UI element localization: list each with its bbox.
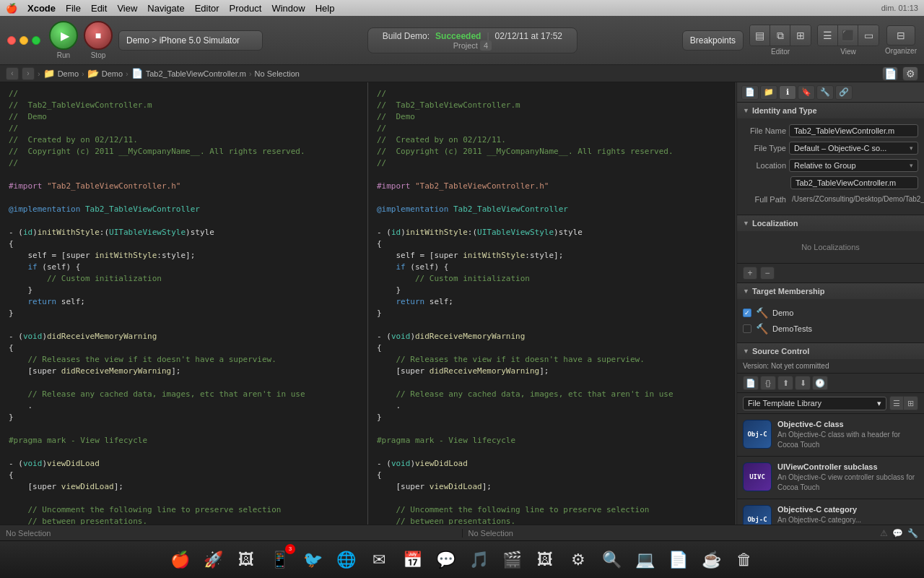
location-value[interactable]: Relative to Group ▾ [789,159,918,172]
sc-file-btn[interactable]: 📄 [743,376,759,390]
zoom-btn[interactable] [32,36,40,45]
warning-icon[interactable]: ⚠ [880,528,888,538]
filename-value[interactable]: Tab2_TableViewController.m [789,124,918,137]
target-demo-checkbox[interactable] [743,309,751,317]
dock-finder[interactable]: 🍎 [165,545,194,574]
bc-demo-2[interactable]: Demo [102,69,123,78]
nav-toggle-btn[interactable]: ☰ [818,25,838,46]
template-objc-category[interactable]: Obj-C Objective-C category An Objective-… [737,499,924,525]
single-editor-btn[interactable]: ▤ [750,25,770,46]
settings-icon-btn[interactable]: ⚙ [902,66,918,81]
template-uivc[interactable]: UIVC UIViewController subclass An Object… [737,457,924,499]
r-code-memory: - (void)didReceiveMemoryWarning [377,331,727,342]
template-objc-class-desc: An Objective-C class with a header for C… [777,430,918,450]
target-demotests-checkbox[interactable] [743,324,751,333]
left-code-panel[interactable]: // // Tab2_TableViewController.m // Demo… [0,82,368,525]
run-button[interactable] [49,21,78,50]
dock-gallery[interactable]: 🖼 [232,545,261,574]
dock-skype[interactable]: 💬 [431,545,460,574]
identity-section-header[interactable]: ▼ Identity and Type [737,103,924,118]
stop-button[interactable] [84,21,113,50]
debug-toggle-btn[interactable]: ⬛ [838,25,858,46]
r-code-comment-3: // Demo [377,111,727,123]
sc-code-btn[interactable]: {} [760,376,776,390]
filetype-value[interactable]: Default – Objective-C so... ▾ [789,142,918,155]
minimize-btn[interactable] [19,36,28,45]
back-button[interactable]: ‹ [6,67,19,80]
dock-twitter[interactable]: 🐦 [298,545,327,574]
inspector-tab-tag[interactable]: 🔖 [798,85,815,100]
menu-file[interactable]: File [66,3,81,14]
code-custom-init: // Custom initialization [9,273,359,285]
bc-file[interactable]: Tab2_TableViewController.m [146,69,246,78]
comment-icon[interactable]: 💬 [892,528,903,538]
dock-appstore[interactable]: 📱 3 [265,545,294,574]
bc-selection[interactable]: No Selection [255,69,300,78]
add-localization-btn[interactable]: + [743,267,757,280]
dock-calendar[interactable]: 📅 [398,545,427,574]
menu-product[interactable]: Product [230,3,262,14]
menu-editor[interactable]: Editor [195,3,219,14]
target-demo-row: 🔨 Demo [743,305,918,321]
remove-localization-btn[interactable]: − [760,267,775,280]
dock-sysprefs[interactable]: ⚙ [564,545,593,574]
template-uivc-title: UIViewController subclass [777,462,918,471]
dock-photos[interactable]: 🖼 [531,545,559,574]
r-code-brace-1: { [377,238,727,250]
filename-row: File Name Tab2_TableViewController.m [743,124,918,137]
breakpoints-button[interactable]: Breakpoints [682,30,744,51]
dock-jar[interactable]: ☕ [697,545,725,574]
close-btn[interactable] [7,36,16,45]
menu-help[interactable]: Help [315,3,335,14]
sc-pull-btn[interactable]: ⬇ [795,376,811,390]
dock-textedit[interactable]: 📄 [663,545,692,574]
sc-push-btn[interactable]: ⬆ [777,376,793,390]
bc-demo-1[interactable]: Demo [58,69,79,78]
inspector-tab-link[interactable]: 🔗 [835,85,853,100]
localization-section-header[interactable]: ▼ Localization [737,215,924,231]
target-membership-header[interactable]: ▼ Target Membership [737,283,924,299]
source-control-header[interactable]: ▼ Source Control [737,343,924,359]
apple-menu[interactable]: 🍎 [6,3,17,14]
fullpath-row: Full Path /Users/ZConsulting/Desktop/Dem… [743,194,918,204]
ftl-list-view-btn[interactable]: ☰ [889,396,904,410]
file-icon-btn[interactable]: 📄 [882,66,898,81]
scheme-selector[interactable]: Demo > iPhone 5.0 Simulator [118,30,263,51]
menu-view[interactable]: View [117,3,137,14]
file-template-library-section: File Template Library ▾ ☰ ⊞ Obj-C Object… [737,393,924,525]
split-editor-btn[interactable]: ⧉ [770,25,790,46]
r-code-viewdidload: - (void)viewDidLoad [377,458,727,470]
ftl-selector[interactable]: File Template Library ▾ [743,397,886,410]
filetype-row: File Type Default – Objective-C so... ▾ [743,142,918,155]
succeeded-badge: Succeeded [435,31,481,41]
inspector-tab-wrench[interactable]: 🔧 [816,85,834,100]
r-code-blank-5 [377,377,727,389]
inspector-tab-info[interactable]: ℹ [779,85,796,100]
dock-launchpad[interactable]: 🚀 [199,545,227,574]
menu-edit[interactable]: Edit [91,3,107,14]
dock-trash[interactable]: 🗑 [730,545,759,574]
version-editor-btn[interactable]: ⊞ [790,25,811,46]
dock-mail[interactable]: ✉ [365,545,393,574]
code-releases: // Releases the view if it doesn't have … [9,354,359,366]
ftl-grid-view-btn[interactable]: ⊞ [904,396,918,410]
sc-history-btn[interactable]: 🕐 [812,376,828,390]
status-left-text: No Selection [6,529,51,538]
forward-button[interactable]: › [22,67,35,80]
dock-terminal[interactable]: 💻 [630,545,659,574]
menu-navigate[interactable]: Navigate [147,3,184,14]
location-row: Location Relative to Group ▾ [743,159,918,172]
util-toggle-btn[interactable]: ▭ [858,25,879,46]
app-name[interactable]: Xcode [27,3,56,14]
dock-safari[interactable]: 🌐 [331,545,360,574]
template-objc-class[interactable]: Obj-C Objective-C class An Objective-C c… [737,414,924,457]
right-code-panel[interactable]: // // Tab2_TableViewController.m // Demo… [368,82,736,525]
inspector-tab-file[interactable]: 📄 [741,85,759,100]
debug-icon[interactable]: 🔧 [907,528,918,538]
organizer-button[interactable]: ⊟ [886,25,915,46]
inspector-tab-folder[interactable]: 📁 [760,85,777,100]
dock-dvd[interactable]: 🎬 [497,545,526,574]
menu-window[interactable]: Window [271,3,305,14]
dock-itunes[interactable]: 🎵 [464,545,493,574]
dock-alfred[interactable]: 🔍 [597,545,626,574]
